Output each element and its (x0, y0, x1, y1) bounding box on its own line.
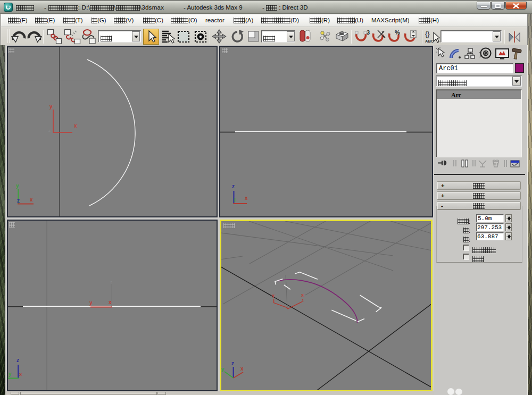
svg-text:x: x (240, 366, 244, 372)
svg-text:y: y (16, 183, 19, 189)
svg-text:y: y (221, 366, 225, 372)
svg-text:z: z (110, 280, 112, 284)
svg-text:3: 3 (367, 29, 370, 36)
svg-text:y: y (9, 371, 12, 377)
svg-text:z: z (16, 357, 19, 363)
svg-text:x: x (19, 372, 22, 377)
svg-text:z: z (48, 128, 51, 133)
svg-text:x: x (30, 197, 33, 203)
svg-text:x: x (74, 123, 77, 129)
svg-text:z: z (17, 198, 20, 204)
svg-text:x: x (109, 299, 112, 305)
svg-text:y: y (49, 104, 53, 110)
svg-text:y: y (89, 300, 93, 306)
svg-text:{}: {} (425, 30, 430, 38)
svg-text:x: x (301, 292, 304, 298)
svg-text:ABC: ABC (425, 39, 434, 44)
svg-text:y: y (272, 293, 275, 298)
svg-text:%: % (395, 29, 400, 36)
svg-text:z: z (232, 183, 235, 189)
svg-text:z: z (231, 360, 234, 366)
svg-text:x: x (245, 195, 248, 201)
